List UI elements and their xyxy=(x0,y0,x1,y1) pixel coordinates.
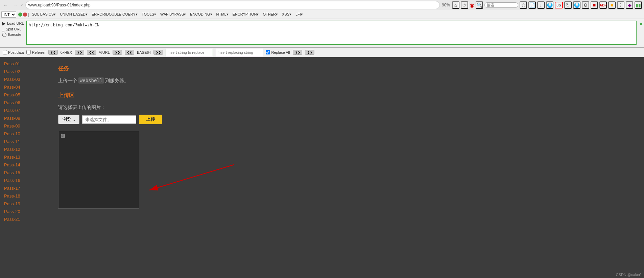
hex-right-arrow[interactable]: ❯❯ xyxy=(75,50,84,55)
bookmark-icon[interactable]: ☆ xyxy=(520,1,527,9)
hex-label: 0xHEX xyxy=(61,50,72,54)
sidebar-item-pass02[interactable]: Pass-02 xyxy=(0,68,47,75)
post-data-label[interactable]: Post data xyxy=(3,50,24,54)
sidebar-item-pass21[interactable]: Pass-21 xyxy=(0,215,47,223)
sidebar-item-pass16[interactable]: Pass-16 xyxy=(0,177,47,184)
base64-left-arrow[interactable]: ❮❮ xyxy=(125,50,134,55)
encryption-menu[interactable]: ENCRYPTION▾ xyxy=(231,11,261,17)
replace-all-label[interactable]: Replace All xyxy=(266,50,290,54)
replace-all-checkbox[interactable] xyxy=(266,50,270,54)
injection-type-select[interactable]: INT xyxy=(1,11,16,18)
sidebar-item-pass10[interactable]: Pass-10 xyxy=(0,130,47,138)
sidebar-item-pass15[interactable]: Pass-15 xyxy=(0,169,47,177)
insert-replacing-input[interactable] xyxy=(216,49,263,56)
upload-controls: 浏览... 上传 xyxy=(58,115,633,124)
status-dot-red xyxy=(23,13,27,17)
split-url-button[interactable]: ⎯ Split URL xyxy=(2,27,24,31)
replace-extra-arrow[interactable]: ❯❯ xyxy=(305,50,314,55)
globe-icon[interactable]: 🌐 xyxy=(546,1,553,9)
sidebar-item-pass03[interactable]: Pass-03 xyxy=(0,75,47,83)
execute-icon: ◯ xyxy=(2,32,6,37)
load-url-button[interactable]: ▶ Load URL xyxy=(2,21,24,26)
ext2-icon[interactable]: ◆ xyxy=(626,1,633,9)
footer-text: CSDN @caker\ xyxy=(616,273,641,277)
hex-left-arrow[interactable]: ❮❮ xyxy=(48,50,58,55)
upload-heading: 上传区 xyxy=(58,92,633,99)
sql-basics-menu[interactable]: SQL BASICS▾ xyxy=(30,11,57,17)
upload-button[interactable]: 上传 xyxy=(139,115,162,124)
replace-go-arrow[interactable]: ❯❯ xyxy=(293,50,302,55)
execute-label: Execute xyxy=(8,32,21,37)
lfi-menu[interactable]: LFI▾ xyxy=(294,11,305,17)
browser-titlebar: ← → ○ www.upload:93/Pass-01/index.php 90… xyxy=(0,0,644,10)
options-bar: Post data Referrer ❮❮ 0xHEX ❯❯ ❮❮ %URL ❯… xyxy=(0,48,644,57)
sidebar-item-pass09[interactable]: Pass-09 xyxy=(0,122,47,130)
hacbar-panel: ▶ Load URL ⎯ Split URL ◯ Execute http://… xyxy=(0,19,644,48)
search-icon[interactable]: 🔍 xyxy=(476,1,483,9)
svg-line-1 xyxy=(149,165,234,190)
webshell-code: webshell xyxy=(78,77,104,84)
union-based-menu[interactable]: UNION BASED▾ xyxy=(58,11,89,17)
url-left-arrow[interactable]: ❮❮ xyxy=(87,50,96,55)
status-dot-green xyxy=(18,13,22,17)
js-toggle[interactable]: JS xyxy=(555,2,563,8)
hacbar-left-buttons: ▶ Load URL ⎯ Split URL ◯ Execute xyxy=(0,19,26,38)
html-menu[interactable]: HTML▾ xyxy=(215,11,230,17)
settings-icon[interactable]: ⚙ xyxy=(582,1,589,9)
ublock-icon[interactable]: ■ xyxy=(591,1,598,9)
url-right-arrow[interactable]: ❯❯ xyxy=(113,50,122,55)
reload-button[interactable]: ⟳ xyxy=(461,1,468,9)
reader-icon[interactable]: 📄 xyxy=(528,1,536,9)
sidebar-item-pass08[interactable]: Pass-08 xyxy=(0,114,47,122)
split-url-icon: ⎯ xyxy=(2,27,4,31)
sidebar-item-pass06[interactable]: Pass-06 xyxy=(0,99,47,107)
translate-icon[interactable]: 🌐 xyxy=(573,1,580,9)
insert-string-input[interactable] xyxy=(166,49,213,56)
sidebar-item-pass14[interactable]: Pass-14 xyxy=(0,161,47,169)
main-toolbar: INT | SQL BASICS▾ UNION BASED▾ ERROR/DOU… xyxy=(0,10,644,19)
browse-button[interactable]: 浏览... xyxy=(58,115,79,124)
sidebar-item-pass19[interactable]: Pass-19 xyxy=(0,200,47,208)
other-menu[interactable]: OTHER▾ xyxy=(261,11,280,17)
waf-bypass-menu[interactable]: WAF BYPASS▾ xyxy=(159,11,188,17)
xss-menu[interactable]: XSS▾ xyxy=(280,11,293,17)
sidebar-item-pass12[interactable]: Pass-12 xyxy=(0,145,47,153)
load-url-icon: ▶ xyxy=(2,21,6,26)
download-icon[interactable]: ↓ xyxy=(537,1,545,9)
sidebar-item-pass18[interactable]: Pass-18 xyxy=(0,192,47,200)
sync-icon[interactable]: ↻ xyxy=(564,1,572,9)
more-icon[interactable]: ⋮ xyxy=(617,1,624,9)
tools-menu[interactable]: TOOLS▾ xyxy=(140,11,158,17)
home-icon[interactable]: ⌂ xyxy=(452,1,459,9)
content-area: 任务 上传一个 webshell 到服务器。 上传区 请选择要上传的图片： 浏览… xyxy=(47,57,644,278)
split-url-label: Split URL xyxy=(6,27,21,31)
url-bar[interactable]: www.upload:93/Pass-01/index.php xyxy=(25,1,440,9)
url-textarea[interactable]: http://cn.bing.com/?mkt=zh-CN xyxy=(26,21,637,45)
sidebar-item-pass13[interactable]: Pass-13 xyxy=(0,153,47,161)
sidebar-item-pass05[interactable]: Pass-05 xyxy=(0,91,47,99)
url-encode-label: %URL xyxy=(99,50,110,54)
sidebar-item-pass01[interactable]: Pass-01 xyxy=(0,60,47,68)
error-double-menu[interactable]: ERROR/DOUBLE QUERY▾ xyxy=(90,11,139,17)
sidebar-item-pass20[interactable]: Pass-20 xyxy=(0,208,47,215)
zoom-level: 90% xyxy=(442,3,450,7)
sidebar-item-pass11[interactable]: Pass-11 xyxy=(0,138,47,145)
main-layout: Pass-01 Pass-02 Pass-03 Pass-04 Pass-05 … xyxy=(0,57,644,278)
referrer-label[interactable]: Referrer xyxy=(26,50,45,54)
post-data-checkbox[interactable] xyxy=(3,50,7,54)
ext1-icon[interactable]: ■ xyxy=(608,1,616,9)
security-icon: ○ xyxy=(21,3,23,7)
back-button[interactable]: ← xyxy=(2,1,9,9)
sidebar-item-pass07[interactable]: Pass-07 xyxy=(0,107,47,114)
preview-box: 🖼 xyxy=(58,131,139,209)
base64-right-arrow[interactable]: ❯❯ xyxy=(153,50,163,55)
annotation-arrow xyxy=(136,158,244,199)
execute-button[interactable]: ◯ Execute xyxy=(2,32,24,37)
encoding-menu[interactable]: ENCODING▾ xyxy=(188,11,214,17)
search-input[interactable] xyxy=(484,2,518,8)
adblock-icon[interactable]: ABP xyxy=(599,1,607,9)
sidebar-item-pass04[interactable]: Pass-04 xyxy=(0,83,47,91)
referrer-checkbox[interactable] xyxy=(26,50,31,54)
toggle-switch[interactable]: ▮▮ xyxy=(635,1,642,9)
sidebar-item-pass17[interactable]: Pass-17 xyxy=(0,184,47,192)
